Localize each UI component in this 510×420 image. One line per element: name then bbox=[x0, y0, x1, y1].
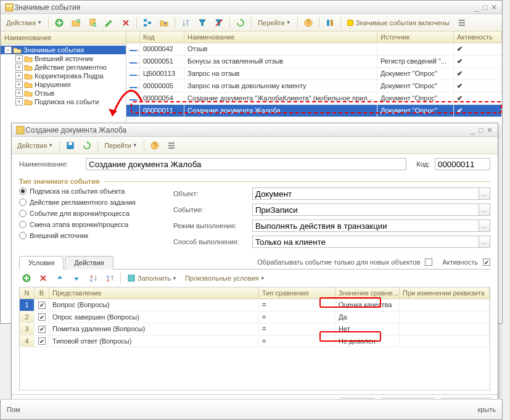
sort-icon[interactable] bbox=[178, 17, 193, 29]
grid-row[interactable]: 1Вопрос (Вопросы)=Оценка качества bbox=[20, 299, 490, 311]
col-name[interactable]: Наименование bbox=[184, 31, 377, 43]
tab-actions[interactable]: Действия bbox=[65, 256, 113, 270]
row-up-icon[interactable] bbox=[52, 272, 67, 284]
minimize-icon[interactable]: _ bbox=[472, 3, 481, 12]
row-down-icon[interactable] bbox=[69, 272, 84, 284]
row-checkbox[interactable] bbox=[38, 302, 46, 309]
child-close-icon[interactable]: ✕ bbox=[485, 126, 494, 134]
new-only-checkbox[interactable] bbox=[425, 258, 432, 266]
col-act[interactable]: Активность bbox=[454, 31, 502, 43]
tree-item[interactable]: +Внешний источник bbox=[1, 54, 126, 63]
row-delete-icon[interactable] bbox=[36, 272, 51, 284]
child-actions-dropdown[interactable]: Действия▼ bbox=[14, 140, 56, 151]
child-minimize-icon[interactable]: _ bbox=[468, 126, 477, 134]
child-help-icon[interactable]: ? bbox=[147, 139, 162, 152]
radio-option[interactable]: Подписка на события объекта bbox=[19, 187, 161, 195]
status-toggle[interactable]: Значимые события включены bbox=[344, 17, 453, 28]
copy-icon[interactable] bbox=[85, 17, 100, 29]
expand-icon[interactable]: + bbox=[15, 89, 23, 97]
col-src[interactable]: Источник bbox=[377, 31, 454, 43]
gcol-val[interactable]: Значение сравне... bbox=[335, 287, 400, 299]
tree-item[interactable]: −Значимые события bbox=[1, 46, 126, 54]
save-icon[interactable] bbox=[63, 139, 78, 152]
col-code[interactable]: Код bbox=[140, 31, 184, 43]
grid-row[interactable]: 4Типовой ответ (Вопросы)=Не доволен bbox=[20, 336, 490, 348]
select-button[interactable]: … bbox=[479, 204, 490, 216]
settings-icon[interactable] bbox=[323, 17, 337, 29]
tree-item[interactable]: +Действие регламентно bbox=[1, 63, 126, 72]
svg-rect-15 bbox=[459, 22, 465, 23]
list-row[interactable]: 00000011Создание документа ЖалобаДокумен… bbox=[126, 105, 502, 117]
tree-item[interactable]: +Корректировка Подра bbox=[1, 72, 126, 80]
radio-label: Подписка на события объекта bbox=[30, 187, 125, 195]
radio-option[interactable]: Смена этапа воронки/процесса bbox=[19, 221, 161, 228]
tree-item[interactable]: +Отзыв bbox=[1, 89, 126, 97]
tree-item[interactable]: +Подписка на событи bbox=[1, 97, 126, 106]
prop-field[interactable] bbox=[252, 204, 479, 216]
child-maximize-icon[interactable]: □ bbox=[477, 126, 485, 134]
help-icon[interactable]: ? bbox=[301, 17, 316, 29]
filter-off-icon[interactable] bbox=[212, 17, 226, 29]
sort-asc-icon[interactable]: Ая bbox=[86, 272, 101, 284]
child-refresh-icon[interactable] bbox=[80, 139, 94, 152]
list-row[interactable]: ЦБ000113Запрос на отзывДокумент "Опрос"✔ bbox=[126, 68, 502, 80]
list-row[interactable]: 00000051Бонусы за оставленный отзывРегис… bbox=[126, 56, 502, 68]
move-icon[interactable] bbox=[157, 17, 171, 29]
gcol-cmp[interactable]: Тип сравнения bbox=[259, 287, 335, 299]
expand-icon[interactable]: + bbox=[15, 64, 23, 71]
row-checkbox[interactable] bbox=[38, 313, 46, 321]
expand-icon[interactable]: − bbox=[4, 46, 12, 54]
goto-dropdown[interactable]: Перейти▼ bbox=[255, 17, 294, 28]
filter-icon[interactable] bbox=[195, 17, 210, 29]
list-row[interactable]: 00000042Отзыв✔ bbox=[126, 43, 502, 56]
list-row[interactable]: 00000054Создание документа "ЖалобаКлиент… bbox=[126, 93, 502, 105]
gcol-n[interactable]: N bbox=[20, 287, 35, 299]
add-icon[interactable] bbox=[52, 17, 67, 29]
actions-dropdown[interactable]: Действия▼ bbox=[3, 17, 45, 28]
gcol-chg[interactable]: При изменении реквизита bbox=[400, 287, 490, 299]
gcol-v[interactable]: В bbox=[35, 287, 49, 299]
row-add-icon[interactable] bbox=[19, 272, 34, 284]
list-row[interactable]: 00000005Запрос на отзыв довольному клиен… bbox=[126, 80, 502, 93]
tab-conditions[interactable]: Условия bbox=[19, 256, 64, 270]
edit-icon[interactable] bbox=[102, 17, 117, 29]
select-button[interactable]: … bbox=[479, 236, 490, 248]
select-button[interactable]: … bbox=[479, 220, 490, 232]
expand-icon[interactable]: + bbox=[15, 98, 23, 105]
prop-field[interactable] bbox=[252, 220, 479, 232]
prop-field[interactable] bbox=[252, 236, 479, 248]
row-checkbox[interactable] bbox=[38, 337, 46, 345]
expand-icon[interactable]: + bbox=[15, 72, 23, 80]
refresh-icon[interactable] bbox=[233, 17, 248, 29]
maximize-icon[interactable]: □ bbox=[481, 3, 490, 12]
expand-icon[interactable]: + bbox=[15, 55, 23, 62]
tree-item[interactable]: +Нарушения bbox=[1, 80, 126, 89]
close-icon[interactable]: ✕ bbox=[490, 3, 498, 12]
sort-desc-icon[interactable]: яА bbox=[102, 272, 117, 284]
name-field[interactable] bbox=[86, 158, 406, 170]
child-list-icon[interactable] bbox=[164, 139, 179, 152]
grid-row[interactable]: 2Опрос завершен (Вопросы)=Да bbox=[20, 311, 490, 324]
child-goto-dropdown[interactable]: Перейти▼ bbox=[101, 140, 141, 151]
cell-v[interactable] bbox=[35, 323, 49, 335]
prop-field[interactable] bbox=[252, 187, 479, 200]
radio-option[interactable]: Внешний источник bbox=[19, 232, 161, 239]
add-folder-icon[interactable] bbox=[68, 17, 83, 29]
cell-v[interactable] bbox=[35, 336, 49, 347]
hierarchy-icon[interactable] bbox=[140, 17, 155, 29]
delete-icon[interactable] bbox=[118, 17, 133, 29]
list-mode-icon[interactable] bbox=[454, 17, 469, 29]
grid-row[interactable]: 3Пометка удаления (Вопросы)=Нет bbox=[20, 323, 490, 336]
select-button[interactable]: … bbox=[479, 187, 490, 200]
code-field[interactable] bbox=[435, 158, 490, 170]
expand-icon[interactable]: + bbox=[15, 81, 23, 88]
radio-option[interactable]: Действие регламентного задания bbox=[19, 199, 161, 206]
cell-v[interactable] bbox=[35, 299, 49, 311]
fill-dropdown[interactable]: Заполнить▼ bbox=[124, 272, 180, 284]
gcol-rep[interactable]: Представление bbox=[49, 287, 259, 299]
activity-checkbox[interactable] bbox=[483, 258, 490, 266]
radio-option[interactable]: Событие для воронки/процесса bbox=[19, 210, 161, 217]
row-checkbox[interactable] bbox=[38, 326, 46, 333]
arbitrary-dropdown[interactable]: Произвольные условия▼ bbox=[182, 273, 268, 284]
cell-v[interactable] bbox=[35, 311, 49, 323]
